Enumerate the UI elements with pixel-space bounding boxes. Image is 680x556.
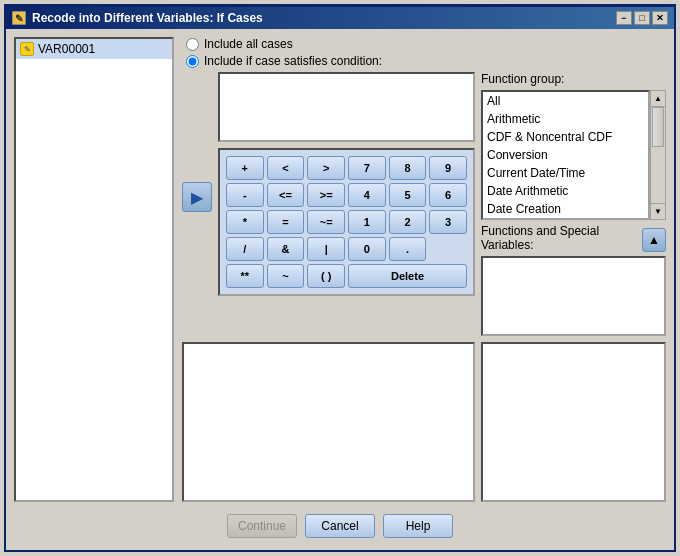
main-window: ✎ Recode into Different Variables: If Ca… [4,4,676,552]
calc-6[interactable]: 6 [429,183,467,207]
calc-and[interactable]: & [267,237,305,261]
radio-row-all: Include all cases [186,37,666,51]
expression-calc-area: + < > 7 8 9 - <= >= 4 [218,72,475,296]
calc-8[interactable]: 8 [389,156,427,180]
variable-list-panel: ✎ VAR00001 [14,37,174,502]
functions-special-section: Functions and Special Variables: ▲ [481,224,666,252]
calc-less[interactable]: < [267,156,305,180]
calc-7[interactable]: 7 [348,156,386,180]
func-item-conversion[interactable]: Conversion [483,146,648,164]
bottom-function-box[interactable] [481,342,666,502]
minimize-button[interactable]: − [616,11,632,25]
function-group-panel: Function group: All Arithmetic CDF & Non… [481,72,666,336]
expression-input[interactable] [218,72,475,142]
calc-parens[interactable]: ( ) [307,264,345,288]
radio-section: Include all cases Include if case satisf… [182,37,666,68]
calc-2[interactable]: 2 [389,210,427,234]
content-area: ✎ VAR00001 Include all cases Include if … [6,29,674,550]
variable-item[interactable]: ✎ VAR00001 [16,39,172,59]
title-bar-left: ✎ Recode into Different Variables: If Ca… [12,11,263,25]
calc-delete[interactable]: Delete [348,264,467,288]
include-all-radio[interactable] [186,38,199,51]
title-controls: − □ ✕ [616,11,668,25]
calc-greater[interactable]: > [307,156,345,180]
calc-power[interactable]: ** [226,264,264,288]
scrollbar-thumb[interactable] [652,107,664,147]
functions-special-label: Functions and Special Variables: [481,224,599,252]
function-group-list-wrapper: All Arithmetic CDF & Noncentral CDF Conv… [481,90,666,220]
close-button[interactable]: ✕ [652,11,668,25]
include-if-radio[interactable] [186,55,199,68]
calc-dot[interactable]: . [389,237,427,261]
func-item-current-date[interactable]: Current Date/Time [483,164,648,182]
func-item-arithmetic[interactable]: Arithmetic [483,110,648,128]
right-arrow-icon: ▶ [191,188,203,207]
up-arrow-icon: ▲ [648,233,660,247]
calc-9[interactable]: 9 [429,156,467,180]
footer: Continue Cancel Help [14,508,666,542]
title-bar: ✎ Recode into Different Variables: If Ca… [6,7,674,29]
up-arrow-button[interactable]: ▲ [642,228,666,252]
arrow-column: ▶ [182,72,212,212]
function-group-list[interactable]: All Arithmetic CDF & Noncentral CDF Conv… [481,90,650,220]
calc-4[interactable]: 4 [348,183,386,207]
calc-minus[interactable]: - [226,183,264,207]
scrollbar-track [651,107,665,203]
right-section: Include all cases Include if case satisf… [182,37,666,502]
include-all-label: Include all cases [204,37,293,51]
calc-tilde[interactable]: ~ [267,264,305,288]
func-item-date-arithmetic[interactable]: Date Arithmetic [483,182,648,200]
function-group-label: Function group: [481,72,666,86]
include-if-label: Include if case satisfies condition: [204,54,382,68]
calc-1[interactable]: 1 [348,210,386,234]
func-item-all[interactable]: All [483,92,648,110]
functions-special-box[interactable] [481,256,666,336]
calc-notequal[interactable]: ~= [307,210,345,234]
variable-icon: ✎ [20,42,34,56]
main-area: ✎ VAR00001 Include all cases Include if … [14,37,666,502]
calc-5[interactable]: 5 [389,183,427,207]
calc-lte[interactable]: <= [267,183,305,207]
calculator: + < > 7 8 9 - <= >= 4 [218,148,475,296]
window-icon: ✎ [12,11,26,25]
bottom-section [182,342,666,502]
calc-multiply[interactable]: * [226,210,264,234]
calc-or[interactable]: | [307,237,345,261]
calc-gte[interactable]: >= [307,183,345,207]
calc-3[interactable]: 3 [429,210,467,234]
scrollbar-down-btn[interactable]: ▼ [651,203,665,219]
window-title: Recode into Different Variables: If Case… [32,11,263,25]
cancel-button[interactable]: Cancel [305,514,375,538]
calc-divide[interactable]: / [226,237,264,261]
move-right-button[interactable]: ▶ [182,182,212,212]
scrollbar-up-btn[interactable]: ▲ [651,91,665,107]
radio-row-if: Include if case satisfies condition: [186,54,666,68]
calc-0[interactable]: 0 [348,237,386,261]
calc-equals[interactable]: = [267,210,305,234]
maximize-button[interactable]: □ [634,11,650,25]
func-item-date-creation[interactable]: Date Creation [483,200,648,218]
calc-plus[interactable]: + [226,156,264,180]
func-item-cdf[interactable]: CDF & Noncentral CDF [483,128,648,146]
bottom-expression-box[interactable] [182,342,475,502]
function-list-scrollbar: ▲ ▼ [650,90,666,220]
variable-name: VAR00001 [38,42,95,56]
help-button[interactable]: Help [383,514,453,538]
continue-button[interactable]: Continue [227,514,297,538]
